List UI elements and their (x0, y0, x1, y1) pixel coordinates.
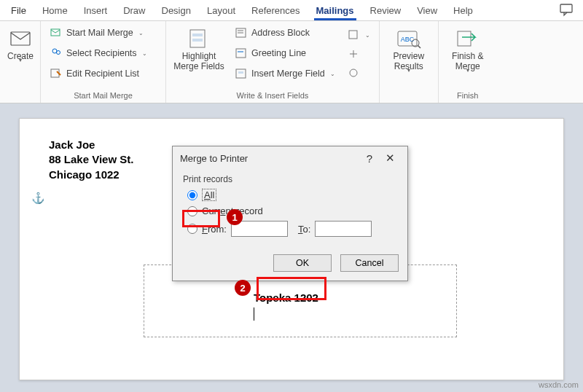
finish-merge-button[interactable]: Finish & Merge ▾ (445, 24, 491, 75)
tab-review[interactable]: Review (362, 2, 410, 19)
svg-rect-1 (11, 32, 30, 45)
tab-mailings[interactable]: Mailings (308, 2, 362, 19)
svg-point-17 (350, 69, 357, 77)
print-records-label: Print records (183, 174, 397, 184)
highlight-icon (188, 27, 210, 50)
cancel-button[interactable]: Cancel (340, 254, 399, 272)
tab-insert[interactable]: Insert (76, 2, 116, 19)
address-block-button[interactable]: Address Block (232, 24, 338, 42)
radio-from[interactable] (187, 224, 197, 234)
to-label: To: (298, 224, 310, 235)
chevron-down-icon: ▾ (19, 57, 22, 63)
svg-rect-15 (238, 71, 243, 74)
dialog-titlebar[interactable]: Merge to Printer ? ✕ (173, 146, 407, 170)
insert-merge-field-button[interactable]: Insert Merge Field ⌄ (232, 65, 338, 82)
svg-point-4 (57, 51, 60, 55)
update-labels-button[interactable] (344, 65, 373, 81)
greeting-line-button[interactable]: Greeting Line (232, 44, 338, 62)
preview-icon: ABC (396, 27, 421, 50)
tab-references[interactable]: References (243, 2, 308, 19)
from-label: From: (202, 224, 227, 235)
recipients-icon (50, 47, 63, 60)
preview-results-button[interactable]: ABC Preview Results ▾ (386, 24, 432, 75)
svg-text:ABC: ABC (400, 36, 414, 43)
svg-rect-0 (560, 4, 572, 12)
group-label-start-mail-merge: Start Mail Merge (47, 89, 160, 103)
watermark: wsxdn.com (539, 380, 579, 389)
anchor-icon: ⚓ (31, 192, 45, 205)
create-envelopes-button[interactable]: Create ▾ (6, 24, 35, 65)
tab-layout[interactable]: Layout (199, 2, 243, 19)
chevron-down-icon: ▾ (407, 67, 410, 74)
chevron-down-icon: ⌄ (142, 50, 147, 57)
chevron-down-icon: ⌄ (138, 30, 144, 36)
match-icon (347, 47, 360, 60)
comments-button[interactable] (554, 1, 580, 20)
annotation-badge-2: 2 (235, 280, 251, 296)
tab-design[interactable]: Design (154, 2, 199, 19)
highlight-label: Highlight Merge Fields (173, 52, 224, 72)
select-recipients-button[interactable]: Select Recipients ⌄ (47, 44, 150, 62)
tab-help[interactable]: Help (445, 2, 481, 19)
option-all[interactable]: All (187, 189, 397, 201)
to-input[interactable] (315, 221, 372, 237)
rules-button[interactable]: ⌄ (344, 27, 373, 43)
tab-view[interactable]: View (409, 2, 445, 19)
rules-icon (347, 28, 360, 42)
edit-list-icon (50, 67, 63, 80)
ok-button[interactable]: OK (273, 254, 332, 272)
menu-tabs: File Home Insert Draw Design Layout Refe… (0, 0, 583, 20)
tab-file[interactable]: File (3, 2, 34, 19)
label-text: Topeka 1202 (254, 291, 318, 304)
dialog-help-button[interactable]: ? (359, 152, 380, 165)
option-current-record[interactable]: Current record (187, 205, 397, 216)
dialog-title: Merge to Printer (180, 153, 248, 164)
envelope-icon (10, 27, 31, 50)
group-label-finish: Finish (445, 89, 491, 103)
start-mail-merge-button[interactable]: Start Mail Merge ⌄ (47, 24, 150, 42)
dialog-close-button[interactable]: ✕ (380, 152, 400, 165)
edit-recipient-list-button[interactable]: Edit Recipient List (47, 65, 150, 82)
tab-home[interactable]: Home (34, 2, 76, 19)
merge-to-printer-dialog: Merge to Printer ? ✕ Print records All C… (172, 146, 408, 281)
highlight-merge-fields-button[interactable]: Highlight Merge Fields (172, 24, 226, 75)
address-block-icon (235, 26, 248, 39)
finish-icon (456, 27, 480, 50)
text-cursor (254, 307, 254, 321)
annotation-badge-1: 1 (227, 209, 243, 225)
tab-draw[interactable]: Draw (115, 2, 153, 19)
svg-rect-8 (192, 39, 203, 42)
greeting-icon (235, 47, 248, 60)
svg-rect-22 (458, 31, 471, 46)
chevron-down-icon: ⌄ (330, 71, 335, 77)
svg-rect-16 (349, 31, 357, 39)
merge-field-icon (235, 67, 248, 80)
svg-line-21 (418, 45, 420, 48)
chevron-down-icon: ▾ (466, 67, 469, 74)
radio-all[interactable] (187, 190, 197, 200)
mail-merge-icon (50, 26, 63, 39)
group-label-write-insert: Write & Insert Fields (172, 89, 373, 103)
ribbon: Create ▾ Start Mail Merge ⌄ Select Recip… (0, 20, 583, 103)
svg-rect-12 (236, 49, 246, 58)
update-icon (347, 66, 360, 79)
radio-current[interactable] (187, 206, 197, 216)
svg-rect-7 (192, 34, 203, 36)
match-fields-button[interactable] (344, 46, 373, 62)
